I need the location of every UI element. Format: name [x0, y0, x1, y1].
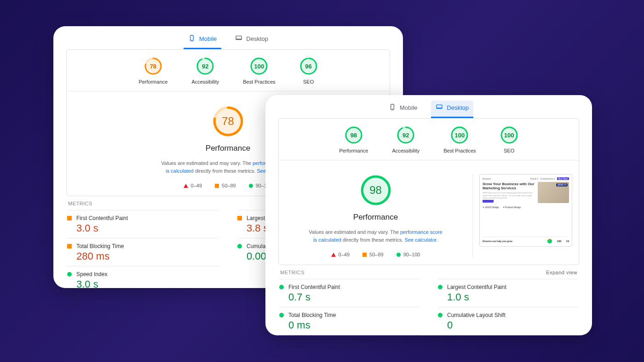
- legend-pass: 90–100: [397, 252, 420, 257]
- tab-desktop-label: Desktop: [246, 35, 268, 42]
- score-performance[interactable]: 98 Performance: [339, 126, 368, 153]
- tab-desktop[interactable]: Desktop: [431, 101, 473, 118]
- performance-description: Values are estimated and may vary. The p…: [307, 228, 445, 243]
- score-seo[interactable]: 96 SEO: [299, 57, 318, 85]
- metric-name: First Contentful Paint: [76, 215, 128, 221]
- circle-icon: [397, 253, 401, 257]
- legend-fail: 0–49: [184, 183, 202, 188]
- tab-mobile-label: Mobile: [199, 35, 217, 42]
- metric-value: 0: [447, 319, 578, 331]
- page-screenshot-thumbnail[interactable]: KloomixHome ▾Components ▾Buy Now Grow Yo…: [479, 174, 572, 247]
- metric-speed-index[interactable]: Speed Index 0.8 s: [279, 335, 420, 335]
- square-icon: [67, 244, 72, 249]
- metric-value: 3.0 s: [76, 222, 219, 234]
- metric-name: First Contentful Paint: [288, 284, 340, 290]
- performance-gauge-column: 98 Performance Values are estimated and …: [279, 174, 473, 257]
- square-icon: [215, 184, 219, 188]
- mobile-icon: [389, 103, 396, 112]
- metric-value: 0 ms: [288, 319, 420, 331]
- score-legend: 0–49 50–89 90–100: [331, 252, 420, 257]
- score-gauge: 92: [397, 126, 415, 144]
- metric-first-contentful-paint[interactable]: First Contentful Paint 3.0 s: [67, 210, 219, 238]
- performance-title: Performance: [206, 144, 250, 153]
- circle-icon: [237, 244, 242, 249]
- score-summary-row: 98 Performance 92 Accessibility 100 Best…: [279, 119, 579, 160]
- metrics-label: METRICS: [68, 201, 92, 206]
- performance-big-gauge: 78: [212, 105, 244, 137]
- tab-mobile-label: Mobile: [400, 104, 417, 111]
- score-accessibility[interactable]: 92 Accessibility: [191, 57, 219, 85]
- legend-average: 50–89: [362, 252, 384, 257]
- legend-average: 50–89: [215, 183, 236, 188]
- score-label: Accessibility: [191, 79, 219, 85]
- metric-first-contentful-paint[interactable]: First Contentful Paint 0.7 s: [279, 279, 420, 307]
- circle-icon: [67, 272, 72, 277]
- score-gauge: 98: [345, 126, 363, 144]
- performance-big-value: 98: [360, 174, 392, 206]
- metric-value: 1.0 s: [447, 291, 578, 303]
- tab-mobile[interactable]: Mobile: [184, 32, 221, 49]
- score-label: Best Practices: [443, 148, 476, 153]
- tab-desktop[interactable]: Desktop: [230, 32, 273, 49]
- circle-icon: [438, 313, 443, 317]
- metric-value: 280 ms: [76, 250, 219, 262]
- metric-total-blocking-time[interactable]: Total Blocking Time 280 ms: [67, 238, 219, 266]
- score-gauge: 78: [144, 57, 162, 75]
- circle-icon: [438, 285, 443, 289]
- metric-name: Largest Contentful Paint: [447, 284, 506, 290]
- score-best-practices[interactable]: 100 Best Practices: [443, 126, 476, 153]
- circle-icon: [249, 184, 253, 188]
- circle-icon: [279, 285, 284, 289]
- score-seo[interactable]: 100 SEO: [500, 126, 518, 153]
- metrics-header: METRICS Expand view: [279, 265, 578, 279]
- metric-cumulative-layout-shift[interactable]: Cumulative Layout Shift 0: [438, 307, 578, 335]
- desktop-icon: [235, 34, 242, 43]
- metric-name: Speed Index: [76, 271, 107, 277]
- score-gauge: 92: [196, 57, 214, 75]
- score-summary-row: 78 Performance 92 Accessibility 100 Best…: [67, 50, 390, 91]
- metric-name: Total Blocking Time: [76, 243, 124, 249]
- mini-gauge-icon: [547, 239, 552, 243]
- score-gauge: 100: [500, 126, 518, 144]
- expand-view-link[interactable]: Expand view: [546, 270, 577, 275]
- legend-fail: 0–49: [331, 252, 350, 257]
- score-label: Best Practices: [243, 79, 275, 85]
- metric-value: 3.0 s: [76, 278, 219, 288]
- score-label: SEO: [504, 148, 514, 153]
- device-tabs: Mobile Desktop: [265, 95, 592, 118]
- device-tabs: Mobile Desktop: [53, 26, 403, 49]
- circle-icon: [279, 313, 284, 317]
- performance-big-value: 78: [212, 105, 244, 137]
- square-icon: [67, 216, 72, 221]
- score-gauge: 100: [450, 126, 469, 144]
- score-legend: 0–49 50–89 90–100: [184, 183, 273, 188]
- tab-desktop-label: Desktop: [447, 104, 469, 111]
- score-accessibility[interactable]: 92 Accessibility: [392, 126, 420, 153]
- performance-section: 98 Performance Values are estimated and …: [279, 160, 579, 265]
- tab-mobile[interactable]: Mobile: [384, 101, 422, 118]
- triangle-icon: [184, 184, 188, 188]
- report-panel: 98 Performance 92 Accessibility 100 Best…: [278, 118, 579, 265]
- square-icon: [362, 253, 367, 257]
- score-label: Performance: [339, 148, 368, 153]
- hero-image: $3560.74: [538, 182, 569, 203]
- metric-speed-index[interactable]: Speed Index 3.0 s: [67, 266, 219, 288]
- score-label: SEO: [303, 79, 314, 85]
- desktop-icon: [436, 103, 443, 112]
- metrics-grid: First Contentful Paint 0.7 s Largest Con…: [279, 279, 578, 335]
- triangle-icon: [331, 253, 336, 257]
- lighthouse-report-desktop: Mobile Desktop 98 Performance 92: [265, 95, 592, 335]
- calculator-link[interactable]: See calculator: [404, 237, 436, 243]
- score-gauge: 100: [250, 57, 268, 75]
- square-icon: [237, 216, 242, 221]
- score-performance[interactable]: 78 Performance: [138, 57, 167, 85]
- performance-title: Performance: [353, 213, 398, 222]
- metric-name: Cumulative Layout Shift: [447, 312, 506, 318]
- metric-total-blocking-time[interactable]: Total Blocking Time 0 ms: [279, 307, 420, 335]
- score-gauge: 96: [299, 57, 318, 75]
- metric-largest-contentful-paint[interactable]: Largest Contentful Paint 1.0 s: [438, 279, 578, 307]
- score-best-practices[interactable]: 100 Best Practices: [243, 57, 275, 85]
- score-label: Performance: [138, 79, 167, 85]
- metrics-label: METRICS: [280, 270, 305, 275]
- mobile-icon: [188, 34, 196, 43]
